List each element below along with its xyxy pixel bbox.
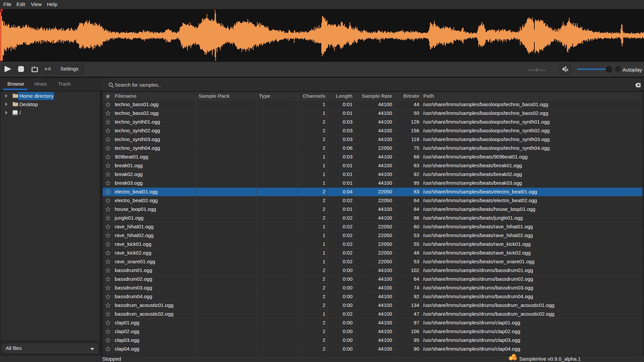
- svg-text:x: x: [567, 67, 569, 72]
